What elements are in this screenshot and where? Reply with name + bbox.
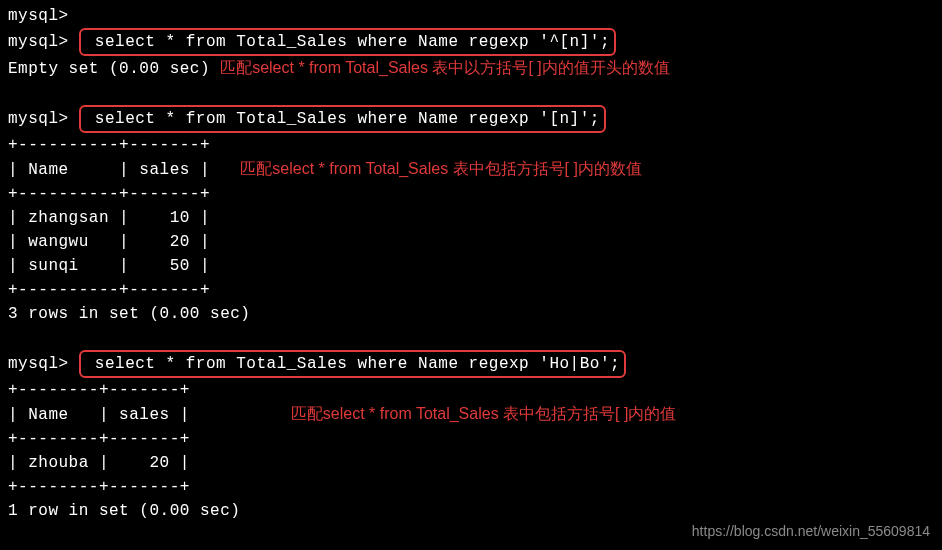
- query-highlight-1: select * from Total_Sales where Name reg…: [79, 28, 616, 56]
- watermark-text: https://blog.csdn.net/weixin_55609814: [692, 521, 930, 542]
- table-row: | zhouba | 20 |: [8, 451, 934, 475]
- table-border: +----------+-------+: [8, 133, 934, 157]
- result-footer: 1 row in set (0.00 sec): [8, 499, 934, 523]
- sql-query-3: select * from Total_Sales where Name reg…: [85, 355, 620, 373]
- blank-line: [8, 81, 934, 105]
- table-border: +--------+-------+: [8, 378, 934, 402]
- query-highlight-3: select * from Total_Sales where Name reg…: [79, 350, 626, 378]
- table-row: | wangwu | 20 |: [8, 230, 934, 254]
- sql-query-2: select * from Total_Sales where Name reg…: [85, 110, 600, 128]
- annotation-3: 匹配select * from Total_Sales 表中包括方括号[ ]内的…: [291, 405, 677, 422]
- result-empty-line: Empty set (0.00 sec) 匹配select * from Tot…: [8, 56, 934, 81]
- table-border: +--------+-------+: [8, 427, 934, 451]
- mysql-prompt: mysql>: [8, 33, 69, 51]
- table-border: +--------+-------+: [8, 475, 934, 499]
- table-border: +----------+-------+: [8, 278, 934, 302]
- mysql-prompt: mysql>: [8, 110, 69, 128]
- sql-query-1: select * from Total_Sales where Name reg…: [85, 33, 610, 51]
- table-border: +----------+-------+: [8, 182, 934, 206]
- prompt-line: mysql>: [8, 4, 934, 28]
- table-row: | sunqi | 50 |: [8, 254, 934, 278]
- mysql-prompt: mysql>: [8, 355, 69, 373]
- table-row: | zhangsan | 10 |: [8, 206, 934, 230]
- query-line-3: mysql> select * from Total_Sales where N…: [8, 350, 934, 378]
- empty-set-text: Empty set (0.00 sec): [8, 60, 210, 78]
- annotation-1: 匹配select * from Total_Sales 表中以方括号[ ]内的值…: [220, 59, 670, 76]
- table-header: | Name | sales |: [8, 161, 210, 179]
- mysql-prompt: mysql>: [8, 7, 69, 25]
- table-header: | Name | sales |: [8, 406, 190, 424]
- query-line-2: mysql> select * from Total_Sales where N…: [8, 105, 934, 133]
- blank-line: [8, 326, 934, 350]
- table-header-line: | Name | sales | 匹配select * from Total_S…: [8, 402, 934, 427]
- result-footer: 3 rows in set (0.00 sec): [8, 302, 934, 326]
- query-line-1: mysql> select * from Total_Sales where N…: [8, 28, 934, 56]
- query-highlight-2: select * from Total_Sales where Name reg…: [79, 105, 606, 133]
- annotation-2: 匹配select * from Total_Sales 表中包括方括号[ ]内的…: [240, 160, 642, 177]
- table-header-line: | Name | sales | 匹配select * from Total_S…: [8, 157, 934, 182]
